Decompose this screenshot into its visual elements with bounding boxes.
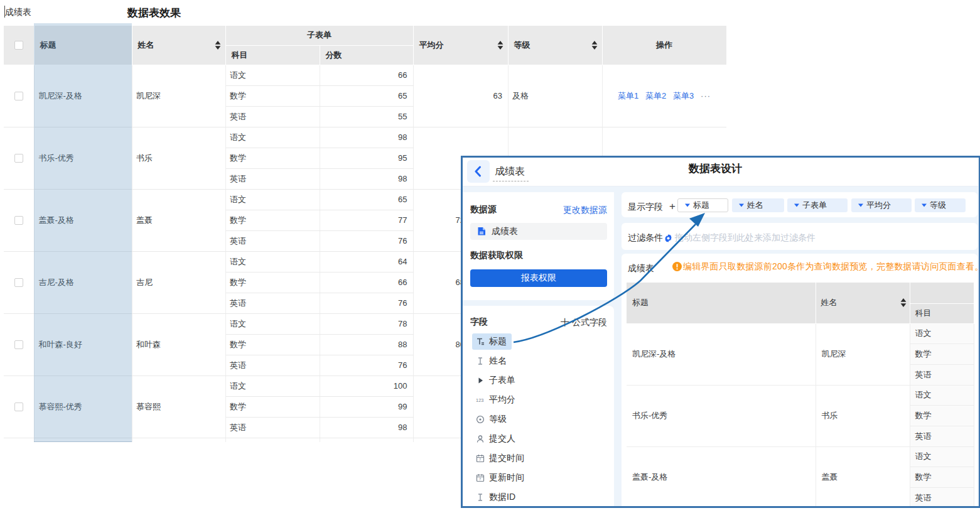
- svg-text:123: 123: [476, 397, 483, 403]
- svg-text:7: 7: [479, 458, 482, 462]
- svg-text:7: 7: [479, 477, 482, 481]
